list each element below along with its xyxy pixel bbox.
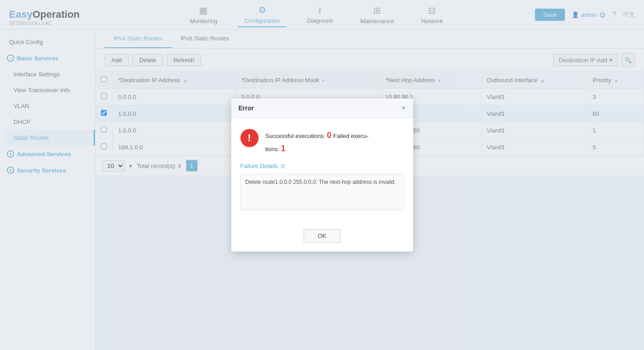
failure-details-link[interactable]: Failure Details ⊙ — [240, 163, 404, 169]
successful-executions-prefix: Successful executions: — [265, 133, 327, 139]
dialog-title: Error — [239, 104, 254, 112]
error-dialog: Error × ! Successful executions: 0 Faile… — [231, 99, 413, 251]
dialog-footer: OK — [231, 225, 413, 251]
dialog-close-button[interactable]: × — [401, 104, 405, 112]
successful-count: 0 — [327, 131, 331, 140]
failure-details-label: Failure Details — [240, 163, 278, 169]
dialog-header: Error × — [231, 99, 413, 118]
error-content: ! Successful executions: 0 Failed execu-… — [240, 129, 404, 155]
error-alert-icon: ! — [240, 129, 259, 147]
error-dialog-overlay: Error × ! Successful executions: 0 Faile… — [0, 0, 644, 350]
failed-count: 1 — [281, 144, 285, 153]
ok-button[interactable]: OK — [304, 229, 340, 242]
failure-message: Delete route1.0.0.0 255.0.0.0: The next-… — [245, 179, 396, 185]
dialog-body: ! Successful executions: 0 Failed execu-… — [231, 118, 413, 225]
failure-message-box: Delete route1.0.0.0 255.0.0.0: The next-… — [240, 174, 404, 210]
error-text: Successful executions: 0 Failed execu-ti… — [265, 129, 369, 155]
failure-details-expand-icon: ⊙ — [280, 163, 285, 169]
